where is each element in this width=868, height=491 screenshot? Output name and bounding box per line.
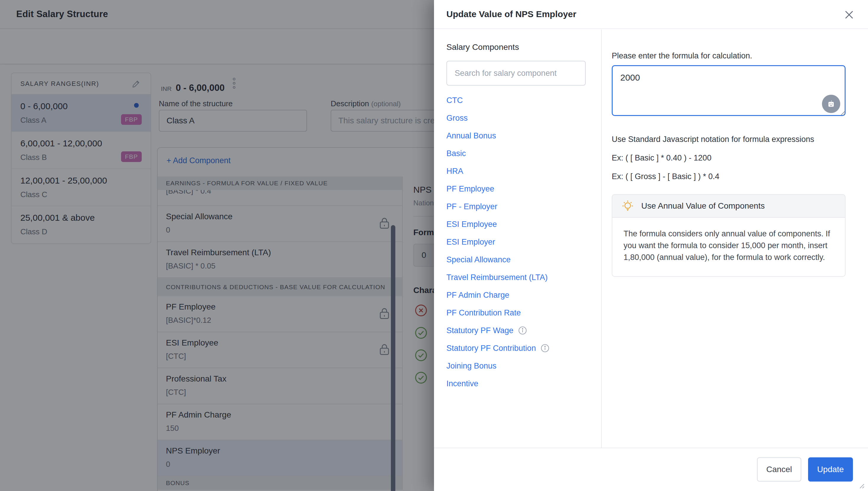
component-search-input[interactable]: [446, 61, 586, 86]
salary-components-column: Salary Components CTC Gross Annual Bonus…: [434, 30, 602, 447]
modal-header: Update Value of NPS Employer: [434, 0, 868, 29]
formula-example-2: Ex: ( [ Gross ] - [ Basic ] ) * 0.4: [612, 172, 845, 181]
close-icon: [844, 9, 855, 20]
component-link[interactable]: PF Employee: [446, 184, 494, 194]
modal-body: Salary Components CTC Gross Annual Bonus…: [434, 30, 868, 447]
component-link[interactable]: Gross: [446, 114, 468, 123]
close-button[interactable]: [842, 8, 856, 22]
component-link[interactable]: Statutory PF Contribution: [446, 344, 536, 353]
assistant-robot-icon[interactable]: [822, 95, 840, 113]
window-resize-grip[interactable]: [856, 480, 864, 489]
tip-header: Use Annual Value of Components: [612, 194, 845, 218]
component-link[interactable]: Joining Bonus: [446, 362, 497, 371]
update-value-modal: Update Value of NPS Employer Salary Comp…: [434, 0, 868, 491]
component-link[interactable]: PF - Employer: [446, 202, 498, 211]
info-icon[interactable]: [518, 326, 527, 335]
formula-prompt: Please enter the formula for calculation…: [612, 51, 845, 60]
cancel-button[interactable]: Cancel: [757, 457, 801, 482]
formula-note: Use Standard Javascript notation for for…: [612, 135, 845, 144]
component-link[interactable]: ESI Employer: [446, 237, 495, 247]
tip-body: The formula considers only annual value …: [612, 218, 845, 277]
textarea-resize-grip[interactable]: [838, 108, 845, 116]
formula-field-wrap: 2000: [612, 65, 845, 116]
info-icon[interactable]: [540, 344, 550, 353]
component-link[interactable]: ESI Employee: [446, 220, 497, 229]
component-link[interactable]: Basic: [446, 149, 466, 158]
formula-textarea[interactable]: 2000: [612, 65, 845, 116]
component-link[interactable]: HRA: [446, 167, 463, 176]
component-link[interactable]: PF Admin Charge: [446, 291, 509, 300]
modal-title: Update Value of NPS Employer: [446, 9, 576, 19]
screen: Edit Salary Structure SALARY RANGES(INR)…: [0, 0, 868, 491]
modal-footer: Cancel Update: [434, 447, 868, 491]
salary-components-heading: Salary Components: [446, 42, 589, 52]
component-link-list: CTC Gross Annual Bonus Basic HRA PF Empl…: [446, 91, 589, 393]
component-link[interactable]: PF Contribution Rate: [446, 308, 521, 318]
lightbulb-icon: [622, 200, 634, 212]
tip-title: Use Annual Value of Components: [641, 201, 765, 211]
formula-example-1: Ex: ( [ Basic ] * 0.40 ) - 1200: [612, 153, 845, 163]
formula-column: Please enter the formula for calculation…: [602, 30, 868, 447]
component-link[interactable]: Incentive: [446, 379, 478, 388]
component-link[interactable]: Annual Bonus: [446, 131, 496, 140]
component-link[interactable]: Special Allowance: [446, 255, 511, 264]
annual-value-tip-card: Use Annual Value of Components The formu…: [612, 194, 845, 277]
update-button[interactable]: Update: [808, 457, 853, 482]
component-link[interactable]: Travel Reimbursement (LTA): [446, 273, 548, 282]
component-link[interactable]: Statutory PF Wage: [446, 326, 513, 335]
tip-text: The formula considers only annual value …: [623, 228, 833, 263]
component-link[interactable]: CTC: [446, 96, 463, 105]
